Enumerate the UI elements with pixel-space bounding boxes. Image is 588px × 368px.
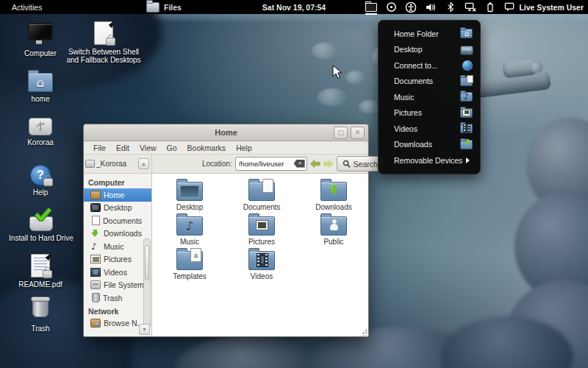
- desktop-icon-label: home: [31, 95, 49, 103]
- sidebar-item-downloads[interactable]: Downloads: [84, 227, 151, 241]
- menu-bookmarks[interactable]: Bookmarks: [182, 144, 232, 152]
- file-item-public[interactable]: Public: [298, 213, 370, 247]
- desktop-icon-computer[interactable]: Computer: [18, 23, 62, 57]
- sidebar-item-home[interactable]: Home: [84, 188, 151, 202]
- desktop-icon-switch-desktops[interactable]: Switch Between Shell and Fallback Deskto…: [62, 21, 145, 64]
- desktop-icon-label: Help: [33, 188, 49, 197]
- volume-icon[interactable]: [425, 1, 437, 13]
- disc-icon[interactable]: [385, 1, 397, 13]
- desktop-icon: [461, 46, 473, 54]
- file-grid[interactable]: Desktop Documents Downloads ♪Music Pictu…: [152, 174, 368, 336]
- location-entry[interactable]: ×: [235, 157, 307, 171]
- search-button[interactable]: Search: [337, 156, 384, 171]
- sidebar-item-label: Pictures: [104, 255, 132, 263]
- desktop-icon-label: README.pdf: [18, 280, 62, 289]
- desktop-icon-trash[interactable]: Trash: [18, 298, 62, 333]
- menu-item-label: Home Folder: [394, 29, 439, 38]
- downloads-folder-icon: [320, 182, 347, 201]
- menu-bar: File Edit View Go Bookmarks Help: [84, 141, 368, 154]
- file-item-desktop[interactable]: Desktop: [154, 178, 226, 213]
- file-item-templates[interactable]: aTemplates: [154, 247, 226, 282]
- menu-item-downloads[interactable]: Downloads: [379, 137, 480, 153]
- sidebar-item-pictures[interactable]: Pictures: [84, 253, 151, 266]
- menu-item-label: Documents: [394, 77, 433, 85]
- desktop-icon-install[interactable]: Install to Hard Drive: [8, 212, 74, 242]
- menu-item-videos[interactable]: Videos: [379, 121, 480, 137]
- desktop-icon-label: Switch Between Shell and Fallback Deskto…: [62, 48, 145, 64]
- wallpaper-pebble: [318, 88, 347, 106]
- pictures-mini-icon: [91, 255, 100, 263]
- document-pen-lock-icon: [94, 21, 113, 45]
- desktop-icon-readme[interactable]: README.pdf: [16, 254, 65, 289]
- trash-can-icon: [32, 298, 49, 317]
- menu-item-connect-to[interactable]: Connect to...: [379, 57, 480, 74]
- file-item-videos[interactable]: Videos: [226, 247, 298, 282]
- menu-item-documents[interactable]: Documents: [379, 74, 480, 90]
- file-item-downloads[interactable]: Downloads: [298, 178, 370, 213]
- sidebar-device-row[interactable]: _Kororaa ▲: [84, 155, 151, 174]
- file-item-music[interactable]: ♪Music: [154, 213, 226, 247]
- forward-button[interactable]: [323, 160, 334, 169]
- file-item-label: Videos: [251, 272, 273, 280]
- desktop-icon-home[interactable]: ⌂ home: [18, 73, 62, 103]
- menu-item-removable-devices[interactable]: Removable Devices: [379, 152, 480, 169]
- places-sidebar: _Kororaa ▲ Computer Home Desktop Documen…: [84, 155, 152, 336]
- file-item-pictures[interactable]: Pictures: [226, 213, 298, 247]
- help-question-lock-icon: ?: [30, 165, 51, 185]
- sidebar-scrollbar[interactable]: [143, 238, 151, 328]
- places-folder-icon[interactable]: [365, 1, 377, 13]
- scroll-down-button[interactable]: ▼: [139, 324, 150, 335]
- battery-icon[interactable]: [484, 1, 496, 13]
- templates-folder-icon: a: [176, 251, 203, 270]
- sidebar-item-documents[interactable]: Documents: [84, 214, 151, 227]
- desktop-icon-label: Kororaa: [27, 138, 54, 146]
- desktop-folder-icon: [176, 182, 203, 201]
- sidebar-item-file-system[interactable]: File System: [84, 279, 151, 292]
- menu-item-desktop[interactable]: Desktop: [379, 42, 480, 58]
- hard-drive-check-icon: [29, 216, 53, 231]
- menu-edit[interactable]: Edit: [111, 144, 135, 152]
- desktop-icon-kororaa[interactable]: Kororaa: [18, 118, 62, 146]
- sidebar-item-music[interactable]: ♪Music: [84, 240, 151, 253]
- window-titlebar[interactable]: Home ▢ ✕: [84, 124, 368, 141]
- wallpaper-rock: [176, 335, 323, 368]
- computer-monitor-icon: [28, 23, 53, 40]
- user-menu[interactable]: Live System User: [504, 2, 584, 12]
- back-button[interactable]: [310, 160, 320, 169]
- desktop-icon-label: Computer: [24, 49, 57, 57]
- menu-view[interactable]: View: [135, 144, 162, 152]
- maximize-button[interactable]: ▢: [334, 127, 348, 139]
- scroll-up-button[interactable]: ▲: [138, 158, 149, 169]
- bluetooth-icon[interactable]: [445, 1, 456, 13]
- sidebar-item-desktop[interactable]: Desktop: [84, 202, 151, 215]
- pictures-folder-icon: [461, 108, 473, 118]
- menu-item-label: Videos: [394, 124, 417, 133]
- network-display-icon[interactable]: [465, 1, 476, 13]
- menu-help[interactable]: Help: [231, 144, 257, 152]
- file-manager-window: Home ▢ ✕ File Edit View Go Bookmarks Hel…: [83, 124, 369, 337]
- top-bar: Activities Files Sat Nov 19, 07:54 Live …: [0, 0, 588, 14]
- filesystem-mini-icon: [91, 281, 100, 289]
- resize-grip[interactable]: [361, 329, 368, 336]
- file-item-label: Desktop: [176, 203, 204, 211]
- universal-access-icon[interactable]: [405, 1, 417, 13]
- sidebar-item-videos[interactable]: Videos: [84, 266, 151, 279]
- pictures-folder-icon: [248, 216, 275, 236]
- menu-item-music[interactable]: Music ♪: [379, 89, 480, 105]
- menu-item-home-folder[interactable]: Home Folder ⌂: [379, 26, 480, 42]
- close-button[interactable]: ✕: [351, 127, 365, 139]
- file-item-documents[interactable]: Documents: [226, 178, 298, 213]
- menu-go[interactable]: Go: [162, 144, 182, 152]
- downloads-mini-icon: [91, 230, 100, 238]
- home-folder-icon: ⌂: [28, 73, 53, 92]
- desktop-icon-help[interactable]: ? Help: [18, 165, 62, 197]
- desktop-icon-label: Install to Hard Drive: [9, 234, 74, 242]
- location-input[interactable]: [236, 160, 296, 168]
- music-folder-icon: ♪: [461, 92, 473, 102]
- menu-item-pictures[interactable]: Pictures: [379, 105, 480, 121]
- sidebar-item-trash[interactable]: Trash: [84, 291, 151, 305]
- music-mini-icon: ♪: [91, 243, 100, 250]
- usb-drive-icon: [29, 118, 52, 135]
- wallpaper-pebble: [345, 71, 365, 84]
- menu-file[interactable]: File: [88, 144, 111, 152]
